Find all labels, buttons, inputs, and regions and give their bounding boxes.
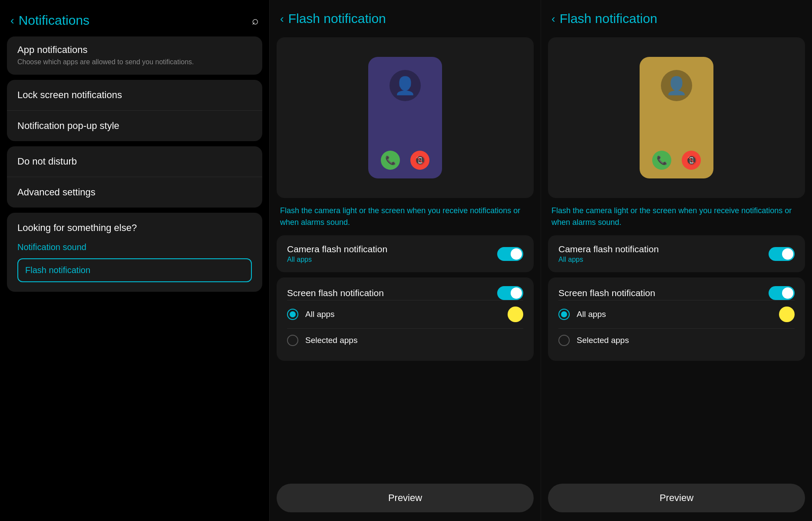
left-panel: ‹ Notifications ⌕ App notifications Choo… <box>0 0 269 521</box>
right-color-dot-yellow[interactable] <box>779 307 795 322</box>
flash-notification-link[interactable]: Flash notification <box>17 258 252 282</box>
right-camera-flash-row: Camera flash notification All apps <box>558 244 795 264</box>
phone-mockup-gold: 👤 📞 📵 <box>640 57 713 178</box>
app-notifications-subtitle: Choose which apps are allowed to send yo… <box>17 57 252 67</box>
right-description: Flash the camera light or the screen whe… <box>548 205 805 228</box>
right-selected-apps-row: Selected apps <box>558 328 795 352</box>
right-panel: ‹ Flash notification 👤 📞 📵 Flash the cam… <box>541 0 812 521</box>
right-header: ‹ Flash notification <box>548 9 805 29</box>
camera-flash-sublabel: All apps <box>287 256 387 264</box>
right-phone-call-buttons: 📞 📵 <box>652 151 701 170</box>
right-all-apps-left: All apps <box>558 309 606 320</box>
middle-title: Flash notification <box>288 11 386 26</box>
right-camera-flash-label: Camera flash notification <box>558 244 659 254</box>
right-camera-flash-toggle[interactable] <box>769 247 795 261</box>
middle-panel: ‹ Flash notification 👤 📞 📵 Flash the cam… <box>269 0 541 521</box>
all-apps-radio[interactable] <box>287 309 298 320</box>
decline-call-button[interactable]: 📵 <box>410 151 429 170</box>
right-preview-button[interactable]: Preview <box>548 484 805 512</box>
camera-flash-toggle[interactable] <box>497 247 523 261</box>
selected-apps-left: Selected apps <box>287 335 357 346</box>
looking-card: Looking for something else? Notification… <box>7 213 262 292</box>
phone-call-buttons: 📞 📵 <box>381 151 429 170</box>
all-apps-row: All apps <box>287 300 523 328</box>
phone-avatar: 👤 <box>389 70 421 101</box>
middle-screen-flash-card: Screen flash notification All apps Selec… <box>277 277 534 361</box>
middle-preview-button[interactable]: Preview <box>277 484 534 512</box>
avatar-icon: 👤 <box>394 76 416 96</box>
lock-popup-card: Lock screen notifications Notification p… <box>7 80 262 141</box>
screen-flash-row: Screen flash notification <box>287 286 523 300</box>
middle-camera-flash-card: Camera flash notification All apps <box>277 235 534 272</box>
selected-apps-radio[interactable] <box>287 335 298 346</box>
dnd-advanced-card: Do not disturb Advanced settings <box>7 146 262 208</box>
middle-back-button[interactable]: ‹ <box>280 12 284 26</box>
right-avatar-icon: 👤 <box>666 76 687 96</box>
right-selected-apps-radio[interactable] <box>558 335 570 346</box>
app-notifications-item[interactable]: App notifications Choose which apps are … <box>7 36 262 75</box>
flash-notification-label: Flash notification <box>25 265 244 275</box>
right-selected-apps-label: Selected apps <box>577 336 629 345</box>
search-icon[interactable]: ⌕ <box>252 14 259 27</box>
accept-call-button[interactable]: 📞 <box>381 151 400 170</box>
lock-screen-item[interactable]: Lock screen notifications <box>7 80 262 111</box>
do-not-disturb-item[interactable]: Do not disturb <box>7 146 262 177</box>
looking-title: Looking for something else? <box>17 222 252 234</box>
all-apps-label: All apps <box>305 310 335 319</box>
advanced-settings-item[interactable]: Advanced settings <box>7 177 262 208</box>
right-back-button[interactable]: ‹ <box>551 12 555 26</box>
all-apps-left: All apps <box>287 309 335 320</box>
right-all-apps-label: All apps <box>577 310 606 319</box>
right-title: Flash notification <box>560 11 657 26</box>
app-notifications-card: App notifications Choose which apps are … <box>7 36 262 75</box>
right-phone-preview: 👤 📞 📵 <box>548 37 805 198</box>
right-screen-flash-label: Screen flash notification <box>558 288 655 298</box>
selected-apps-label: Selected apps <box>305 336 357 345</box>
right-camera-flash-card: Camera flash notification All apps <box>548 235 805 272</box>
camera-flash-row: Camera flash notification All apps <box>287 244 523 264</box>
selected-apps-row: Selected apps <box>287 328 523 352</box>
right-accept-call-button[interactable]: 📞 <box>652 151 671 170</box>
middle-phone-preview: 👤 📞 📵 <box>277 37 534 198</box>
screen-flash-label: Screen flash notification <box>287 288 384 298</box>
right-camera-flash-labels: Camera flash notification All apps <box>558 244 659 264</box>
right-screen-flash-row: Screen flash notification <box>558 286 795 300</box>
notification-sound-link[interactable]: Notification sound <box>17 240 252 255</box>
right-all-apps-row: All apps <box>558 300 795 328</box>
right-phone-avatar: 👤 <box>661 70 692 101</box>
right-camera-flash-sublabel: All apps <box>558 256 659 264</box>
page-title: Notifications <box>19 13 248 28</box>
right-screen-flash-toggle[interactable] <box>769 286 795 300</box>
popup-style-item[interactable]: Notification pop-up style <box>7 111 262 141</box>
back-button[interactable]: ‹ <box>10 14 14 27</box>
phone-mockup-purple: 👤 📞 📵 <box>368 57 442 178</box>
right-all-apps-radio[interactable] <box>558 309 570 320</box>
right-screen-flash-card: Screen flash notification All apps Selec… <box>548 277 805 361</box>
screen-flash-toggle[interactable] <box>497 286 523 300</box>
middle-description: Flash the camera light or the screen whe… <box>277 205 534 228</box>
left-header: ‹ Notifications ⌕ <box>7 9 262 36</box>
right-decline-call-button[interactable]: 📵 <box>682 151 701 170</box>
right-selected-apps-left: Selected apps <box>558 335 629 346</box>
color-dot-yellow[interactable] <box>508 307 523 322</box>
camera-flash-labels: Camera flash notification All apps <box>287 244 387 264</box>
app-notifications-title: App notifications <box>17 44 252 56</box>
middle-header: ‹ Flash notification <box>277 9 534 29</box>
camera-flash-label: Camera flash notification <box>287 244 387 254</box>
